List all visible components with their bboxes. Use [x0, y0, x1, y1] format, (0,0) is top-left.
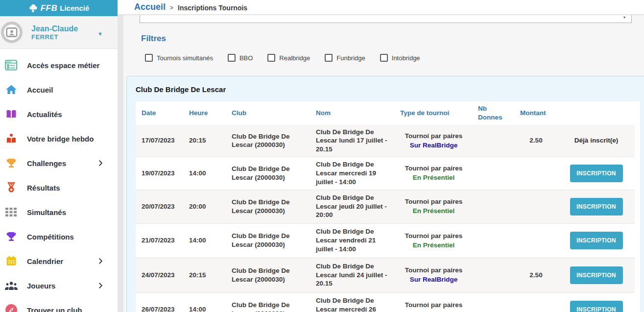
inscription-button[interactable]: INSCRIPTION	[570, 266, 623, 284]
trophy-icon	[4, 230, 18, 243]
filter-label: Funbridge	[336, 54, 365, 62]
checkbox-realbridge[interactable]	[267, 54, 275, 62]
inscription-button[interactable]: INSCRIPTION	[570, 301, 623, 312]
col-header-montant: Montant	[514, 101, 557, 125]
sidebar-item-calendrier[interactable]: Calendrier	[0, 249, 118, 273]
brand-suffix: Licencié	[60, 4, 89, 12]
cell-date: 24/07/2023	[136, 258, 183, 292]
sidebar-item-label: Compétitions	[27, 233, 74, 241]
sidebar-item-label: Trouver un club	[27, 306, 82, 312]
sidebar-item-simultanes[interactable]: Simultanés	[0, 200, 118, 224]
breadcrumb-home-link[interactable]: Accueil	[134, 2, 166, 12]
filters-title: Filtres	[141, 34, 166, 44]
filter-label: BBO	[239, 54, 253, 62]
users-icon	[4, 279, 18, 292]
cell-action: INSCRIPTION	[557, 190, 635, 223]
user-first-name: Jean-Claude	[31, 24, 78, 33]
sidebar-item-votre-bridge-hebdo[interactable]: Votre bridge hebdo	[0, 126, 118, 151]
cell-nom: Club De Bridge De Lescar jeudi 20 juille…	[310, 190, 394, 223]
chevron-right-icon	[96, 159, 105, 168]
sidebar-item-label: Challenges	[27, 159, 66, 168]
sidebar-brand-header: FFB Licencié	[0, 0, 118, 16]
sidebar-item-label: Calendrier	[27, 257, 63, 265]
cell-type: Tournoi par paires Sur RealBridge	[394, 125, 472, 157]
inscription-button[interactable]: INSCRIPTION	[570, 165, 623, 182]
sidebar-item-label: Accès espace métier	[27, 61, 99, 70]
filter-realbridge: Realbridge	[267, 54, 310, 62]
sidebar-item-accueil[interactable]: Accueil	[0, 77, 118, 102]
sidebar-item-joueurs[interactable]: Joueurs	[0, 273, 118, 298]
cell-nb-donnes	[472, 190, 514, 223]
cell-date: 21/07/2023	[136, 223, 183, 258]
tournament-mode: Sur RealBridge	[410, 275, 458, 284]
avatar	[1, 22, 23, 43]
filter-label: Tournois simultanés	[157, 54, 213, 62]
cell-action: INSCRIPTION	[557, 157, 635, 189]
cell-montant	[514, 223, 557, 258]
cell-action: INSCRIPTION	[557, 223, 635, 258]
status-badge: Déjà inscrit(e)	[574, 136, 618, 145]
cell-club: Club De Bridge De Lescar (2000030)	[226, 190, 310, 223]
sidebar-item-challenges[interactable]: Challenges	[0, 151, 118, 175]
cell-club: Club De Bridge De Lescar (2000030)	[226, 223, 310, 258]
home-icon	[4, 83, 18, 96]
user-profile[interactable]: Jean-Claude FERRET ▼	[0, 16, 118, 49]
sidebar-item-actualites[interactable]: Actualités	[0, 102, 118, 126]
calendar-icon	[4, 255, 18, 267]
checkbox-funbridge[interactable]	[325, 54, 333, 62]
inscription-button[interactable]: INSCRIPTION	[570, 232, 623, 249]
cell-nom: Club De Bridge De Lescar vendredi 21 jui…	[310, 223, 394, 258]
cell-club: Club De Bridge De Lescar (2000030)	[226, 258, 310, 292]
filter-bbo: BBO	[228, 54, 253, 62]
brand-ffb: FFB	[41, 3, 58, 13]
sidebar-item-label: Actualités	[27, 110, 62, 119]
cell-nom: Club De Bridge De Lescar mercredi 19 jui…	[310, 157, 394, 189]
col-header-date: Date	[136, 101, 183, 125]
club-tournaments-card: Club De Bridge De Lescar Date Heure Club…	[126, 76, 644, 312]
club-select-input[interactable]: ▾	[140, 15, 632, 23]
tournament-mode: Sur RealBridge	[410, 141, 458, 150]
user-dropdown-caret-icon[interactable]: ▼	[97, 31, 103, 37]
cell-montant: 2.50	[514, 125, 557, 157]
select-caret-icon: ▾	[623, 15, 625, 20]
filter-label: Realbridge	[279, 54, 310, 62]
card-title: Club De Bridge De Lescar	[136, 85, 640, 94]
col-header-nom: Nom	[310, 101, 394, 125]
sidebar-item-trouver-un-club[interactable]: Trouver un club	[0, 298, 118, 312]
cell-heure: 14:00	[183, 157, 226, 189]
chevron-right-icon	[96, 257, 105, 265]
cell-nom: Club De Bridge De Lescar mercredi 26 jui…	[310, 292, 394, 312]
cell-action: INSCRIPTION	[557, 292, 635, 312]
checkbox-tournois-simultanes[interactable]	[145, 54, 153, 62]
col-header-nb-donnes: Nb Donnes	[472, 101, 514, 125]
chevron-right-icon	[96, 281, 105, 290]
user-last-name: FERRET	[31, 33, 78, 41]
cell-action: Déjà inscrit(e)	[557, 125, 635, 157]
filter-label: Intobridge	[392, 54, 420, 62]
tournament-mode: En Présentiel	[413, 310, 455, 312]
sidebar-item-resultats[interactable]: Résultats	[0, 175, 118, 200]
sidebar: FFB Licencié Jean-Claude FERRET ▼	[0, 0, 118, 312]
cell-heure: 14:00	[183, 223, 226, 258]
sidebar-item-acces-espace-metier[interactable]: Accès espace métier	[0, 53, 118, 77]
grid-icon	[4, 206, 18, 218]
workspace-icon	[4, 59, 18, 72]
sidebar-item-competitions[interactable]: Compétitions	[0, 224, 118, 249]
cell-date: 20/07/2023	[136, 190, 183, 223]
cell-type: Tournoi par paires En Présentiel	[394, 190, 472, 223]
cell-nb-donnes	[472, 125, 514, 157]
cell-montant	[514, 292, 557, 312]
cell-nb-donnes	[472, 258, 514, 292]
checkbox-bbo[interactable]	[228, 54, 236, 62]
cell-action: INSCRIPTION	[557, 258, 635, 292]
inscription-button[interactable]: INSCRIPTION	[570, 198, 623, 216]
cell-club: Club De Bridge De Lescar (2000030)	[226, 157, 310, 189]
id-card-icon	[5, 26, 18, 39]
checkbox-intobridge[interactable]	[380, 54, 388, 62]
filters-row: Tournois simultanés BBO Realbridge Funbr…	[145, 54, 420, 62]
sidebar-item-label: Résultats	[27, 184, 60, 192]
tournaments-table: Date Heure Club Nom Type de tournoi Nb D…	[136, 101, 640, 312]
cell-nb-donnes	[472, 292, 514, 312]
cell-nb-donnes	[472, 223, 514, 258]
sidebar-item-label: Joueurs	[27, 282, 55, 290]
